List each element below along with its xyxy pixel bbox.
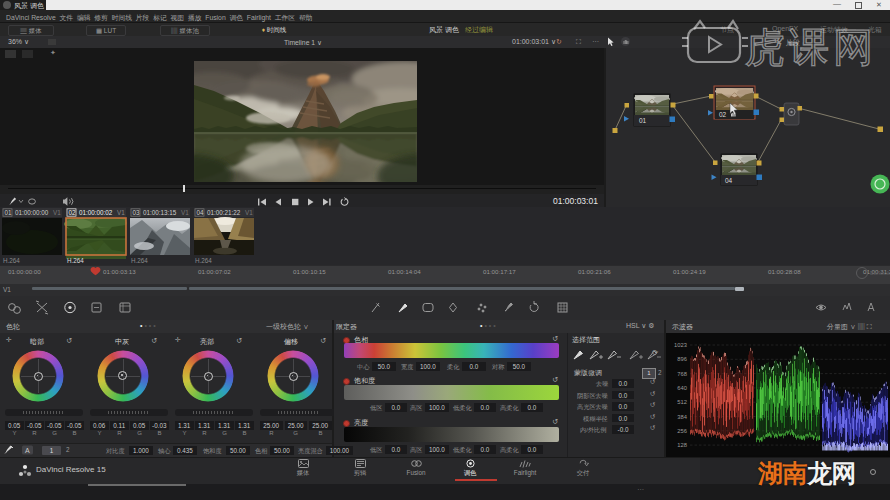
svg-text:128: 128 bbox=[677, 442, 687, 448]
svg-text:H.264: H.264 bbox=[195, 257, 212, 264]
svg-text:01: 01 bbox=[639, 117, 647, 124]
svg-text:256: 256 bbox=[677, 428, 687, 434]
svg-text:01:00:21:22: 01:00:21:22 bbox=[207, 209, 241, 216]
svg-text:02: 02 bbox=[719, 111, 727, 118]
svg-text:01:00:28:08: 01:00:28:08 bbox=[768, 268, 801, 275]
svg-text:V1: V1 bbox=[117, 209, 125, 216]
svg-text:01:00:00:00: 01:00:00:00 bbox=[8, 268, 41, 275]
svg-text:V1: V1 bbox=[181, 209, 189, 216]
svg-text:01:00:10:15: 01:00:10:15 bbox=[293, 268, 326, 275]
svg-text:H.264: H.264 bbox=[131, 257, 148, 264]
svg-text:A: A bbox=[25, 447, 30, 454]
svg-text:01:00:17:17: 01:00:17:17 bbox=[483, 268, 516, 275]
svg-text:512: 512 bbox=[677, 399, 687, 405]
svg-text:V1: V1 bbox=[53, 209, 61, 216]
svg-text:01:00:21:06: 01:00:21:06 bbox=[578, 268, 611, 275]
svg-text:01:00:14:04: 01:00:14:04 bbox=[388, 268, 421, 275]
svg-text:01:00:00:02: 01:00:00:02 bbox=[79, 209, 113, 216]
svg-text:01:00:00:00: 01:00:00:00 bbox=[15, 209, 49, 216]
svg-text:01:00:07:02: 01:00:07:02 bbox=[198, 268, 231, 275]
svg-text:Bandicam: Bandicam bbox=[870, 270, 890, 276]
svg-text:V1: V1 bbox=[245, 209, 253, 216]
svg-text:01:00:13:15: 01:00:13:15 bbox=[143, 209, 177, 216]
svg-text:768: 768 bbox=[677, 371, 687, 377]
svg-text:896: 896 bbox=[677, 356, 687, 362]
svg-text:03: 03 bbox=[133, 209, 141, 216]
svg-text:02: 02 bbox=[69, 209, 77, 216]
svg-text:H.264: H.264 bbox=[67, 257, 84, 264]
svg-text:01: 01 bbox=[5, 209, 13, 216]
svg-text:1023: 1023 bbox=[674, 342, 687, 348]
svg-text:01:00:03:13: 01:00:03:13 bbox=[103, 268, 136, 275]
svg-text:384: 384 bbox=[677, 414, 687, 420]
svg-text:01:00:24:19: 01:00:24:19 bbox=[673, 268, 706, 275]
svg-text:04: 04 bbox=[197, 209, 205, 216]
svg-text:04: 04 bbox=[725, 177, 733, 184]
svg-text:H.264: H.264 bbox=[3, 257, 20, 264]
svg-text:640: 640 bbox=[677, 385, 687, 391]
